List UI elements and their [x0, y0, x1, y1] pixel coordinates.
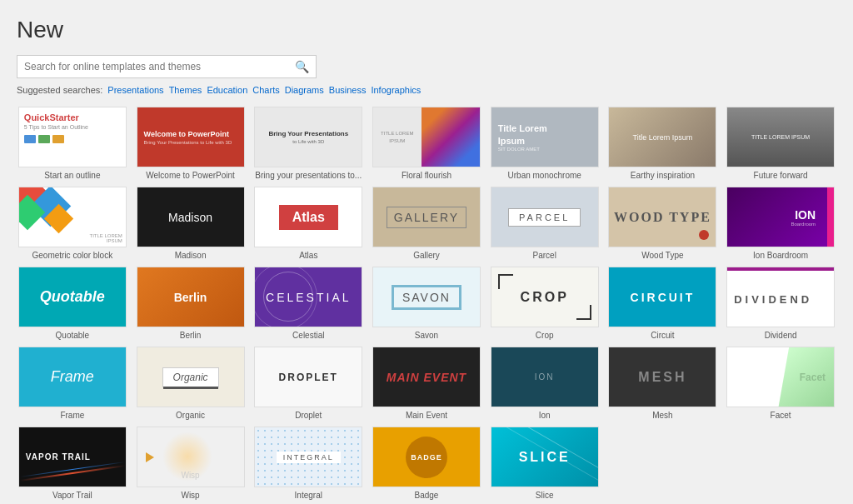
template-geometric[interactable]: TITLE LOREMIPSUM Geometric color block [17, 187, 128, 260]
template-woodtype[interactable]: WOOD TYPE Wood Type [607, 187, 719, 260]
template-thumb-quotable: Quotable [18, 267, 127, 327]
template-label: Facet [726, 411, 835, 420]
template-thumb-droplet: DROPLET [254, 347, 362, 407]
template-celestial[interactable]: CELESTIAL Celestial [252, 267, 364, 340]
template-frame[interactable]: Frame Frame [17, 347, 128, 420]
template-thumb-geometric: TITLE LOREMIPSUM [18, 187, 127, 247]
suggested-business[interactable]: Business [329, 85, 367, 95]
search-bar: 🔍 [17, 55, 317, 78]
template-label: Future forward [726, 171, 835, 180]
suggested-themes[interactable]: Themes [169, 85, 202, 95]
template-bring[interactable]: Bring Your Presentations to Life with 3D… [252, 107, 364, 180]
suggested-diagrams[interactable]: Diagrams [285, 85, 324, 95]
template-facet[interactable]: Facet Facet [725, 347, 836, 420]
template-thumb-woodtype: WOOD TYPE [608, 187, 716, 247]
template-quickstarter[interactable]: QuickStarter 5 Tips to Start an Outline … [17, 107, 128, 180]
suggested-presentations[interactable]: Presentations [107, 85, 163, 95]
template-integral[interactable]: INTEGRAL Integral [252, 427, 364, 500]
template-thumb-dividend: DIVIDEND [726, 267, 835, 327]
suggested-label: Suggested searches: [17, 85, 102, 95]
template-ion-boardroom[interactable]: ION Boardroom Ion Boardroom [725, 187, 836, 260]
template-thumb-earthy: Title Lorem Ipsum [608, 107, 716, 167]
suggested-charts[interactable]: Charts [252, 85, 279, 95]
template-earthy[interactable]: Title Lorem Ipsum Earthy inspiration [607, 107, 719, 180]
template-label: Integral [254, 491, 362, 500]
templates-grid: QuickStarter 5 Tips to Start an Outline … [17, 107, 836, 500]
template-mainevent[interactable]: MAIN EVENT Main Event [371, 347, 482, 420]
template-thumb-floral: TITLE LOREMIPSUM [372, 107, 481, 167]
template-label: Droplet [254, 411, 362, 420]
template-berlin[interactable]: Berlin Berlin [135, 267, 247, 340]
template-thumb-ion: ION [491, 347, 599, 407]
template-label: Berlin [137, 331, 245, 340]
template-badge[interactable]: BADGE Badge [371, 427, 482, 500]
template-thumb-wisp: Wisp [137, 427, 245, 487]
template-slice[interactable]: SLICE Slice [489, 427, 601, 500]
template-quotable[interactable]: Quotable Quotable [17, 267, 128, 340]
template-label: Celestial [254, 331, 362, 340]
template-thumb-badge: BADGE [372, 427, 481, 487]
template-ion[interactable]: ION Ion [489, 347, 601, 420]
template-label: Floral flourish [372, 171, 481, 180]
template-floral[interactable]: TITLE LOREMIPSUM Floral flourish [371, 107, 482, 180]
template-thumb-crop: CROP [491, 267, 599, 327]
template-label: Wood Type [608, 251, 716, 260]
template-droplet[interactable]: DROPLET Droplet [252, 347, 364, 420]
template-thumb-frame: Frame [18, 347, 127, 407]
template-thumb-savon: SAVON [372, 267, 481, 327]
template-thumb-gallery: GALLERY [372, 187, 481, 247]
template-madison[interactable]: Madison Madison [135, 187, 247, 260]
template-thumb-circuit: CIRCUIT [608, 267, 716, 327]
search-input[interactable] [17, 56, 288, 77]
template-circuit[interactable]: CIRCUIT Circuit [607, 267, 719, 340]
template-thumb-facet: Facet [726, 347, 835, 407]
template-thumb-berlin: Berlin [137, 267, 245, 327]
template-organic[interactable]: Organic Organic [135, 347, 247, 420]
template-label: Vapor Trail [18, 491, 127, 500]
template-label: Earthy inspiration [608, 171, 716, 180]
template-label: Circuit [608, 331, 716, 340]
template-future[interactable]: TITLE LOREM IPSUM Future forward [725, 107, 836, 180]
template-gallery[interactable]: GALLERY Gallery [371, 187, 482, 260]
template-thumb-organic: Organic [137, 347, 245, 407]
template-thumb-parcel: PARCEL [491, 187, 599, 247]
template-thumb-celestial: CELESTIAL [254, 267, 362, 327]
template-label: Organic [137, 411, 245, 420]
template-label: Welcome to PowerPoint [137, 171, 245, 180]
template-label: Start an outline [18, 171, 127, 180]
template-thumb-welcome: Welcome to PowerPoint Bring Your Present… [137, 107, 245, 167]
template-wisp[interactable]: Wisp Wisp [135, 427, 247, 500]
template-label: Badge [372, 491, 481, 500]
template-atlas[interactable]: Atlas Atlas [252, 187, 364, 260]
template-savon[interactable]: SAVON Savon [371, 267, 482, 340]
suggested-searches: Suggested searches: Presentations Themes… [17, 85, 836, 95]
template-thumb-future: TITLE LOREM IPSUM [726, 107, 835, 167]
suggested-education[interactable]: Education [207, 85, 247, 95]
template-label: Bring your presentations to... [254, 171, 362, 180]
template-thumb-urban: Title LoremIpsum SIT DOLOR AMET [491, 107, 599, 167]
template-thumb-bring: Bring Your Presentations to Life with 3D [254, 107, 362, 167]
template-label: Dividend [726, 331, 835, 340]
template-thumb-vaportrail: VAPOR TRAIL [18, 427, 127, 487]
template-urban[interactable]: Title LoremIpsum SIT DOLOR AMET Urban mo… [489, 107, 601, 180]
template-label: Mesh [608, 411, 716, 420]
template-crop[interactable]: CROP Crop [489, 267, 601, 340]
search-button[interactable]: 🔍 [288, 57, 316, 77]
suggested-infographics[interactable]: Infographics [371, 85, 421, 95]
template-parcel[interactable]: PARCEL Parcel [489, 187, 601, 260]
template-thumb-integral: INTEGRAL [254, 427, 362, 487]
template-label: Atlas [254, 251, 362, 260]
template-label: Parcel [491, 251, 599, 260]
template-label: Savon [372, 331, 481, 340]
template-vaportrail[interactable]: VAPOR TRAIL Vapor Trail [17, 427, 128, 500]
template-welcome[interactable]: Welcome to PowerPoint Bring Your Present… [135, 107, 247, 180]
template-thumb-ion-boardroom: ION Boardroom [726, 187, 835, 247]
page-title: New [17, 17, 836, 43]
template-mesh[interactable]: MESH Mesh [607, 347, 719, 420]
template-label: Frame [18, 411, 127, 420]
template-thumb-atlas: Atlas [254, 187, 362, 247]
template-label: Crop [491, 331, 599, 340]
template-label: Quotable [18, 331, 127, 340]
template-dividend[interactable]: DIVIDEND Dividend [725, 267, 836, 340]
template-label: Urban monochrome [491, 171, 599, 180]
